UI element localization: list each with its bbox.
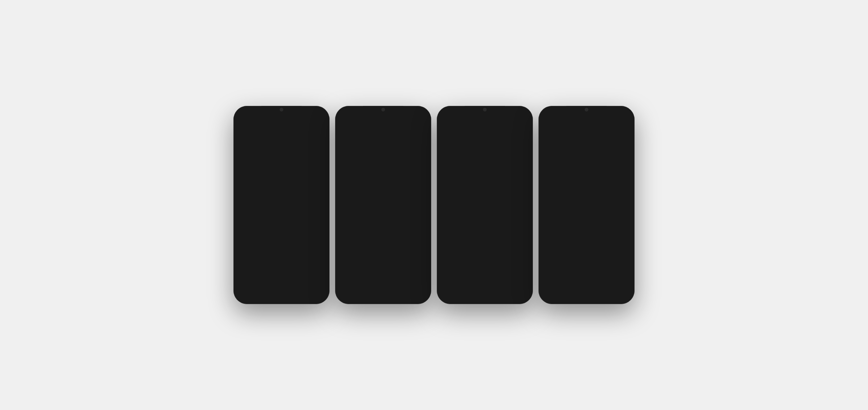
conversations-header: ‹ Conversations 8 ⋮ [335,114,431,128]
doc-section-title: But et portée [543,208,630,212]
conv-article-title-3: Que faut-il penser de la méditation en e… [364,261,428,271]
nav-menu[interactable]: Menu [310,277,330,288]
profile-icon-4 [602,289,609,296]
social-icon-2 [380,289,386,296]
svg-point-6 [300,278,302,280]
conv-article-title-1: 3 utilisations d'un chatbot pour les RH [364,159,428,169]
nav-social-3[interactable]: Social [475,289,494,300]
nav-social-2[interactable]: Social [374,289,393,300]
reply-name-2: Tyler King T [407,242,428,245]
phone4-header: ADICT 8 ⋮ [538,114,634,128]
news-title: LE GROUPE ADECCO ET LE BOSTON CONSULTING… [442,192,528,206]
svg-point-30 [463,291,468,295]
outlook-label: OUTLOOK [449,239,467,243]
news-card: LE GROUPE ADECCO ET LE BOSTON CONSULTING… [437,189,533,215]
search-icon-2 [361,289,367,296]
profile-icon-2 [399,289,406,296]
nav-home-label: Maison [238,285,248,288]
svg-text:O: O [455,228,459,234]
phone3-bottom-nav: Maison Chercher [437,287,533,304]
phone-4: ADICT 8 ⋮ [538,106,634,304]
nav-home-label-2: Maison [340,297,350,300]
social-icon [278,277,285,284]
doc-subtitle: Dernière modification: Jack Robertson - … [542,137,612,140]
reply-name-1: Kim Gordon K [404,191,428,194]
nav-search-3[interactable]: Chercher [456,289,475,300]
notification-count: 8 [310,116,314,119]
svg-point-2 [260,278,265,283]
nav-search-2[interactable]: Chercher [354,289,374,300]
home-icon-3 [443,289,450,296]
react-button-1[interactable]: RÉAGIR [339,201,358,205]
nav-menu-label-3: Menu [519,297,527,300]
nav-profile-label: Profil [297,285,304,288]
svg-point-3 [282,278,284,280]
filter-bar: Vous regardez - Toutes les conversations… [335,145,431,155]
message-search[interactable]: T Qu'est-ce qui préoccupe votre esprit [339,128,428,142]
nav-profile-4[interactable]: Profil [596,289,615,300]
nav-profile-label-2: Profil [399,297,406,300]
nav-home-4[interactable]: Maison [538,289,558,300]
article-title: New World Working: 5 core principles to … [238,191,324,202]
more-options-2[interactable]: ⋮ [419,117,428,126]
svg-point-33 [486,294,488,296]
changer-button[interactable]: CHANGER [404,147,428,153]
nav-search-label-2: Chercher [358,297,370,300]
profile-icon-3 [501,289,507,296]
nav-home[interactable]: Maison [234,277,253,288]
svg-point-5 [282,282,284,284]
home-icon-2 [341,289,348,296]
nav-profile[interactable]: Profil [291,277,310,288]
external-link-icon[interactable]: ↗ [627,131,631,137]
time-2: il y a une heure [402,236,428,239]
doc-cover: Usage pour acquisition Manuel des employ… [538,143,634,205]
react-button-2[interactable]: RÉAGIR [339,252,358,256]
phone-3: ADICT 8 ⋮ [437,106,533,304]
notification-count-2: 8 [413,116,417,119]
menu-icon-4 [622,289,628,296]
nav-profile-2[interactable]: Profil [393,289,412,300]
phone-1: ADICT 8 ⋮ [234,106,330,304]
svg-point-4 [279,280,281,282]
nav-menu-3[interactable]: Menu [514,289,533,300]
notification-bell[interactable]: 8 [304,117,313,126]
person-working-card [439,258,530,285]
nav-social-4[interactable]: Social [577,289,596,300]
nav-home-label-3: Maison [441,297,452,300]
nav-profile-3[interactable]: Profil [494,289,514,300]
user-avatar: T [343,131,351,140]
more-options-4[interactable]: ⋮ [621,117,630,126]
more-options[interactable]: ⋮ [316,117,324,126]
more-options-3[interactable]: ⋮ [519,117,528,126]
nav-social[interactable]: Social [272,277,291,288]
business-updates-banner[interactable]: BUSINESS UPDATES [234,223,330,235]
back-button[interactable]: ‹ [339,118,341,125]
featured-card: MODIS FEATURED IN 7 days ago [234,235,330,275]
nav-search-4[interactable]: Chercher [558,289,577,300]
phone1-logo: ADICT [238,117,261,126]
phone3-header: ADICT 8 ⋮ [437,114,533,128]
phone1-bottom-nav: Maison Chercher [234,275,330,292]
doc-body-text: Le but du document est de fournir des di… [543,214,630,287]
phone1-header: ADICT 8 ⋮ [234,114,330,128]
vue-button-2[interactable]: VUE [364,252,377,256]
notification-bell-2[interactable]: 8 [407,117,416,126]
svg-point-50 [604,291,607,293]
svg-point-13 [384,290,386,292]
nav-menu-label-2: Menu [417,297,425,300]
nav-menu-2[interactable]: Menu [412,289,431,300]
hero-image [234,128,330,187]
nav-search-label-3: Chercher [459,297,472,300]
nav-search[interactable]: Chercher [253,277,272,288]
notification-bell-3[interactable]: 8 [507,117,516,126]
notification-count-3: 8 [513,116,517,119]
search-icon-3 [462,289,469,296]
nav-home-3[interactable]: Maison [437,289,456,300]
conversations-title: Conversations [343,118,405,125]
notification-bell-4[interactable]: 8 [609,117,618,126]
vue-button-1[interactable]: VUE [364,201,377,205]
nav-home-2[interactable]: Maison [335,289,354,300]
svg-point-15 [384,294,386,296]
business-updates-label: BUSINESS UPDATES [247,227,289,231]
nav-menu-4[interactable]: Menu [615,289,634,300]
